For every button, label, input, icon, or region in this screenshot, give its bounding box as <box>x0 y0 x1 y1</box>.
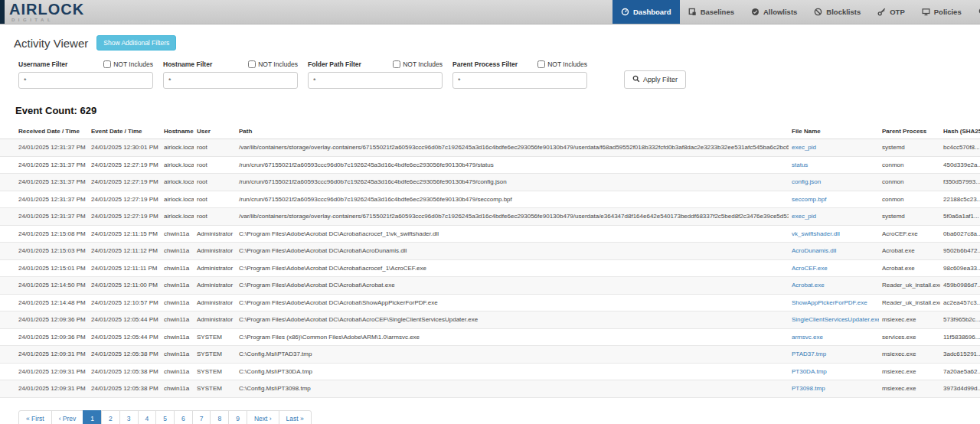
cell-parent_process: msiexec.exe <box>879 363 940 380</box>
file-name-link[interactable]: SingleClientServicesUpdater.exe <box>792 316 879 323</box>
not-includes-checkbox[interactable] <box>393 60 400 68</box>
column-header: File Name <box>789 124 879 139</box>
cell-path: /run/crun/67155021f2a60593ccc96d0b7c1926… <box>236 156 789 174</box>
file-name-link[interactable]: config.json <box>792 178 821 185</box>
file-name-link[interactable]: PT3098.tmp <box>792 385 825 392</box>
cell-file_name: status <box>789 156 879 174</box>
table-row: 24/01/2025 12:31:37 PM24/01/2025 12:27:1… <box>0 174 980 191</box>
table-row: 24/01/2025 12:15:01 PM24/01/2025 12:11:1… <box>0 259 980 277</box>
cell-hash: 3adc615291... <box>940 346 980 364</box>
cell-parent_process: Reader_uk_install.exe <box>879 277 940 295</box>
page-link[interactable]: Last » <box>279 410 312 424</box>
cell-hostname: airlock.local <box>161 139 194 157</box>
file-name-link[interactable]: ShowAppPickerForPDF.exe <box>792 299 867 306</box>
page-link[interactable]: ‹ Prev <box>51 410 84 424</box>
cell-hash: 11f5838696... <box>940 328 980 346</box>
cell-hostname: chwin11a <box>161 328 194 346</box>
page-link[interactable]: 5 <box>155 410 175 424</box>
page-link[interactable]: 6 <box>174 410 193 424</box>
file-name-link[interactable]: armsvc.exe <box>792 334 823 341</box>
cell-event: 24/01/2025 12:27:19 PM <box>88 208 161 226</box>
filter-groups: Username FilterNOT IncludesHostname Filt… <box>18 60 597 89</box>
activity-viewer-page: AIRLOCK DIGITAL DashboardBaselinesAllowl… <box>0 0 980 424</box>
cell-received: 24/01/2025 12:15:01 PM <box>0 259 88 277</box>
filter-group-parent-process-filter: Parent Process FilterNOT Includes <box>452 60 587 89</box>
cell-file_name: seccomp.bpf <box>789 191 879 208</box>
not-includes-checkbox[interactable] <box>248 60 256 68</box>
page-link[interactable]: 9 <box>228 410 247 424</box>
window-edge <box>0 0 5 24</box>
file-name-link[interactable]: AcroCEF.exe <box>792 265 828 272</box>
nav-item-allowlists[interactable]: Allowlists <box>743 0 805 24</box>
page-link[interactable]: 4 <box>138 410 157 424</box>
page-link[interactable]: 2 <box>101 410 120 424</box>
not-includes-checkbox[interactable] <box>103 60 111 68</box>
page-link[interactable]: 3 <box>119 410 139 424</box>
table-row: 24/01/2025 12:31:37 PM24/01/2025 12:30:0… <box>0 139 980 157</box>
cell-event: 24/01/2025 12:30:01 PM <box>88 139 161 157</box>
nav-item-blocklists[interactable]: Blocklists <box>805 0 869 24</box>
nav-item-otp[interactable]: OTP <box>869 0 913 24</box>
cell-parent_process: systemd <box>879 139 940 157</box>
page-link[interactable]: 1 <box>83 410 102 424</box>
page-link[interactable]: 7 <box>192 410 211 424</box>
nav-item-search[interactable]: Search <box>970 0 980 24</box>
username-filter-input[interactable] <box>18 72 153 89</box>
cell-received: 24/01/2025 12:09:31 PM <box>0 346 88 364</box>
parent-process-filter-input[interactable] <box>452 72 587 89</box>
not-includes-checkbox[interactable] <box>537 60 545 68</box>
cell-hostname: airlock.local <box>161 174 194 191</box>
nav-item-baselines[interactable]: Baselines <box>680 0 743 24</box>
cell-parent_process: conmon <box>879 174 940 191</box>
hostname-filter-input[interactable] <box>163 72 298 89</box>
brand-logo[interactable]: AIRLOCK DIGITAL <box>9 2 84 22</box>
table-row: 24/01/2025 12:14:48 PM24/01/2025 12:10:5… <box>0 294 980 311</box>
folder-path-filter-input[interactable] <box>308 72 443 89</box>
table-row: 24/01/2025 12:09:31 PM24/01/2025 12:05:3… <box>0 346 980 364</box>
file-name-link[interactable]: exec_pid <box>792 213 816 220</box>
file-name-link[interactable]: PTAD37.tmp <box>792 351 826 357</box>
filter-label: Hostname Filter <box>163 60 212 68</box>
file-name-link[interactable]: vk_swiftshader.dll <box>792 230 840 237</box>
cell-received: 24/01/2025 12:09:36 PM <box>0 311 88 329</box>
file-name-link[interactable]: Acrobat.exe <box>792 282 825 289</box>
table-row: 24/01/2025 12:09:31 PM24/01/2025 12:05:3… <box>0 380 980 398</box>
cell-user: Administrator <box>194 243 236 260</box>
page-link[interactable]: 8 <box>210 410 229 424</box>
file-name-link[interactable]: exec_pid <box>792 144 816 151</box>
cell-user: root <box>194 139 236 157</box>
table-row: 24/01/2025 12:09:36 PM24/01/2025 12:05:4… <box>0 311 980 329</box>
filter-label: Folder Path Filter <box>308 60 361 68</box>
page-link[interactable]: « First <box>18 410 52 424</box>
apply-filter-button[interactable]: Apply Filter <box>624 70 686 89</box>
file-name-link[interactable]: PT30DA.tmp <box>792 368 827 375</box>
cell-file_name: armsvc.exe <box>789 328 879 346</box>
file-name-link[interactable]: AcroDunamis.dll <box>792 247 836 254</box>
cell-hostname: chwin11a <box>161 380 194 398</box>
page-item: 7 <box>193 410 211 424</box>
table-row: 24/01/2025 12:31:37 PM24/01/2025 12:27:1… <box>0 156 980 174</box>
not-includes-group: NOT Includes <box>248 60 298 68</box>
cell-user: Administrator <box>194 225 236 243</box>
show-additional-filters-button[interactable]: Show Additional Filters <box>96 35 176 51</box>
monitor-icon <box>922 8 930 16</box>
file-name-link[interactable]: status <box>792 161 808 168</box>
nav-item-dashboard[interactable]: Dashboard <box>612 0 680 24</box>
cell-user: root <box>194 174 236 191</box>
cell-file_name: config.json <box>789 174 879 191</box>
nav-item-label: OTP <box>890 8 905 16</box>
column-header: Event Date / Time <box>88 124 161 139</box>
cell-hostname: chwin11a <box>161 346 194 364</box>
nav-item-label: Dashboard <box>633 8 671 16</box>
cell-received: 24/01/2025 12:09:31 PM <box>0 363 88 380</box>
cell-hash: 450d339e2a... <box>940 156 980 174</box>
cell-path: /var/lib/containers/storage/overlay-cont… <box>236 139 789 157</box>
cell-path: C:\Program Files\Adobe\Acrobat DC\Acroba… <box>236 277 789 295</box>
nav-item-policies[interactable]: Policies <box>913 0 970 24</box>
cell-hostname: chwin11a <box>161 243 194 260</box>
cell-hostname: chwin11a <box>161 311 194 329</box>
cell-parent_process: msiexec.exe <box>879 346 940 364</box>
page-link[interactable]: Next › <box>247 410 279 424</box>
column-header: Parent Process <box>879 124 940 139</box>
file-name-link[interactable]: seccomp.bpf <box>792 196 826 203</box>
